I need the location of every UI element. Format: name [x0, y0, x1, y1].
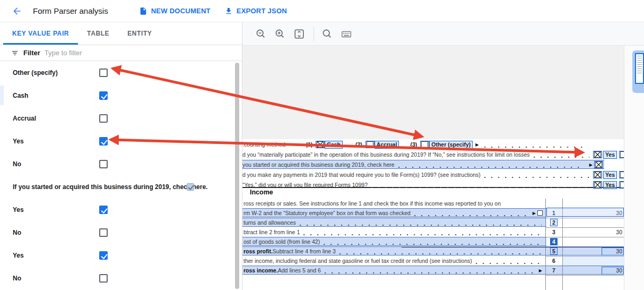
amount-cell: 30 [562, 227, 624, 237]
dotted-leader [300, 225, 542, 226]
entity-checkbox[interactable] [593, 181, 602, 189]
kv-checkbox[interactable] [99, 251, 108, 260]
accounting-method-line: :counting method:(1)Cash(2)Accrual(3)Oth… [242, 140, 624, 149]
dotted-leader [414, 215, 527, 216]
key-value-row[interactable]: No [0, 152, 234, 175]
form-checkbox [317, 141, 324, 148]
entity-label-cash[interactable]: Cash [325, 141, 343, 149]
kv-label: Yes [13, 138, 24, 145]
key-value-row[interactable]: Yes [0, 130, 234, 152]
kv-label: No [13, 275, 21, 282]
line-number[interactable]: 2 [550, 219, 558, 226]
kv-checkbox[interactable] [99, 160, 108, 168]
key-value-row[interactable]: No [0, 221, 234, 244]
fit-to-page-button[interactable] [292, 27, 306, 41]
key-value-row[interactable]: Other (specify) [0, 61, 234, 84]
kv-checkbox[interactable] [187, 183, 194, 191]
key-value-row[interactable]: If you started or acquired this business… [0, 175, 234, 198]
entity-checkbox-no-cut[interactable] [619, 151, 624, 158]
entity-checkbox-accrual[interactable] [365, 141, 375, 148]
new-document-button[interactable]: NEW DOCUMENT [139, 7, 211, 15]
income-row-2: turns and allowances2 [242, 218, 624, 227]
kv-label: Yes [13, 252, 24, 259]
amount-cell: 30 [562, 266, 624, 275]
fit-to-page-icon [293, 28, 305, 40]
form-checkbox-checked [594, 172, 601, 178]
zoom-in-button[interactable] [273, 27, 287, 41]
entity-label-yes[interactable]: Yes [603, 171, 617, 179]
panel-scrollbar[interactable] [235, 63, 239, 289]
back-button[interactable] [11, 5, 23, 18]
line-number-cell: 2 [545, 218, 562, 227]
text-cell: turns and allowances [242, 218, 545, 227]
line-number[interactable]: 5 [550, 248, 558, 255]
tab-entity[interactable]: ENTITY [118, 22, 161, 45]
tab-key-value-pair[interactable]: KEY VALUE PAIR [3, 22, 78, 45]
income-row-6: ther income, including federal and state… [242, 256, 624, 266]
entity-checkbox[interactable] [594, 161, 603, 168]
tab-table[interactable]: TABLE [78, 22, 118, 45]
export-json-button[interactable]: EXPORT JSON [224, 7, 287, 15]
entity-value-box[interactable] [546, 208, 624, 217]
entity-checkbox-no-cut[interactable] [619, 171, 624, 178]
amount-cell [562, 256, 624, 266]
entity-label-accrual[interactable]: Accrual [375, 141, 399, 149]
toolbar-divider [314, 27, 314, 41]
app-header: Form Parser analysis NEW DOCUMENT EXPORT… [0, 0, 644, 22]
entity-checkbox-other-specify[interactable] [420, 141, 429, 148]
amount-value[interactable]: 30 [602, 248, 624, 255]
key-value-row[interactable]: Accrual [0, 107, 234, 130]
entity-checkbox[interactable] [593, 171, 602, 178]
kv-checkbox[interactable] [99, 228, 108, 237]
form-checkbox-checked [594, 151, 601, 158]
search-icon [321, 28, 333, 40]
text-cell: btract line 2 from line 1 [242, 227, 545, 237]
key-value-row[interactable]: No [0, 267, 234, 289]
zoom-out-button[interactable] [254, 27, 268, 41]
form-text: ther income, including federal and state… [243, 258, 472, 264]
line-number[interactable]: 4 [550, 238, 558, 245]
page-thumbnail-image [635, 53, 644, 84]
entity-checkbox[interactable] [593, 151, 602, 158]
page-thumbnail[interactable] [632, 50, 644, 93]
kv-checkbox[interactable] [99, 91, 108, 100]
income-intro-line: ross receipts or sales. See instructions… [242, 199, 624, 208]
entity-label-yes[interactable]: Yes [603, 151, 617, 159]
form-text: d you make any payments in 2019 that wou… [242, 172, 481, 178]
line-number-cell: 7 [545, 266, 562, 275]
kv-checkbox[interactable] [99, 114, 108, 123]
entity-checkbox-no-cut[interactable] [619, 181, 624, 189]
form-question-line: you started or acquired this business du… [242, 160, 624, 169]
key-value-row[interactable]: Cash [0, 84, 234, 107]
filter-input[interactable] [45, 49, 151, 57]
dotted-leader [340, 253, 542, 254]
text-cell: ost of goods sold (from line 42) [242, 237, 545, 246]
shortcut-keys-button[interactable] [340, 27, 353, 41]
form-text: ost of goods sold (from line 42) [243, 238, 320, 245]
form-text: Subtract line 4 from line 3 [273, 248, 336, 254]
kv-checkbox[interactable] [99, 69, 108, 77]
entity-checkbox-cash[interactable] [316, 141, 325, 148]
kv-checkbox[interactable] [99, 274, 108, 283]
app: Form Parser analysis NEW DOCUMENT EXPORT… [0, 0, 644, 290]
search-button[interactable] [320, 27, 334, 41]
export-json-label: EXPORT JSON [237, 7, 287, 15]
line-number-cell: 5 [545, 246, 562, 256]
filter-icon [11, 49, 19, 57]
form-text: “Yes,” did you or will you file required… [242, 182, 368, 188]
entity-label-other-specify[interactable]: Other (specify) [429, 141, 473, 149]
page-title: Form Parser analysis [33, 6, 108, 15]
form-checkbox [620, 182, 624, 188]
key-value-row[interactable]: Yes [0, 244, 234, 267]
entity-label-yes[interactable]: Yes [603, 181, 617, 189]
pointer-triangle: ▶ [533, 211, 536, 216]
form-question-line: d you make any payments in 2019 that wou… [242, 170, 624, 180]
method-number: (3) [410, 141, 417, 148]
kv-checkbox[interactable] [99, 206, 108, 214]
form-checkbox [421, 141, 428, 148]
key-value-row[interactable]: Yes [0, 198, 234, 221]
text-cell: ross profit. Subtract line 4 from line 3 [242, 246, 545, 256]
amount-value[interactable]: 30 [602, 267, 624, 275]
kv-checkbox[interactable] [99, 137, 108, 146]
statutory-employee-checkbox[interactable] [537, 210, 543, 216]
